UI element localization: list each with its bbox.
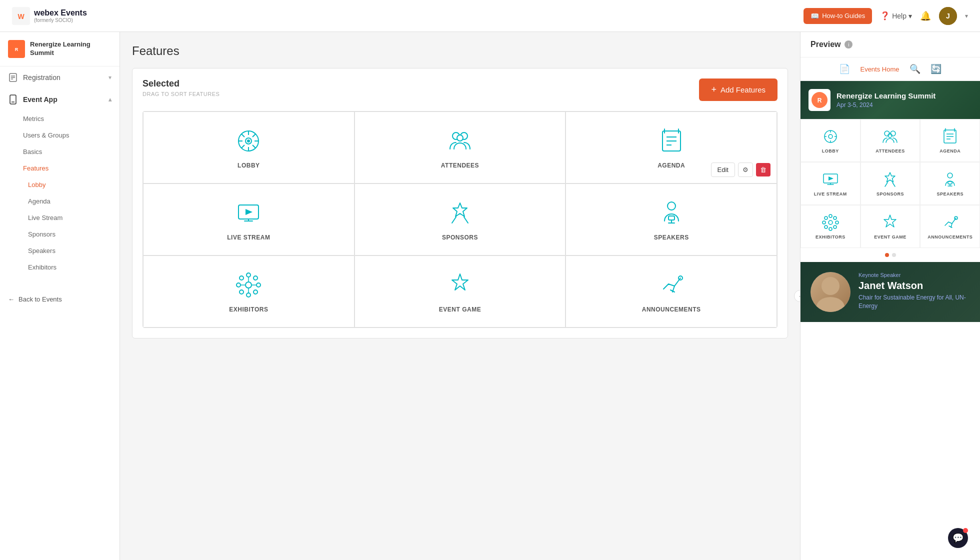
- drag-label: DRAG TO SORT FEATURES: [142, 91, 220, 97]
- feature-cell-announcements[interactable]: ANNOUNCEMENTS: [566, 256, 777, 328]
- feature-cell-live-stream[interactable]: LIVE STREAM: [143, 184, 354, 256]
- preview-tab-page-icon[interactable]: 📄: [839, 64, 850, 74]
- sidebar-features-live-stream[interactable]: Live Stream: [28, 210, 120, 226]
- preview-icon-agenda[interactable]: AGENDA: [920, 119, 980, 162]
- preview-event-banner: R Renergize Learning Summit Apr 3-5, 202…: [800, 81, 980, 119]
- svg-point-46: [240, 290, 244, 294]
- sidebar-item-basics[interactable]: Basics: [23, 144, 120, 160]
- app-formerly: (formerly SOCIO): [34, 18, 87, 23]
- preview-tab-events-home[interactable]: Events Home: [860, 66, 899, 73]
- main-content: ‹ Features Selected DRAG TO SORT FEATURE…: [120, 32, 800, 560]
- svg-point-76: [948, 173, 952, 178]
- agenda-cell-overlay: Edit ⚙ 🗑: [711, 162, 770, 177]
- feature-cell-exhibitors[interactable]: EXHIBITORS: [143, 256, 354, 328]
- preview-icon-announcements[interactable]: ANNOUNCEMENTS: [920, 205, 980, 248]
- sidebar-bottom: ← Back to Events: [0, 288, 120, 311]
- feature-cell-attendees[interactable]: ATTENDEES: [354, 112, 566, 184]
- preview-lobby-icon: [822, 128, 840, 146]
- help-button[interactable]: ❓ Help ▾: [880, 11, 912, 20]
- sidebar-collapse-button[interactable]: ‹: [794, 290, 800, 302]
- add-features-button[interactable]: + Add Features: [699, 78, 778, 101]
- sidebar-item-event-app[interactable]: Event App ▴: [0, 88, 120, 110]
- feature-cell-speakers[interactable]: SPEAKERS: [566, 184, 777, 256]
- preview-event-game-icon: [881, 214, 899, 232]
- svg-point-38: [246, 282, 252, 288]
- svg-rect-35: [668, 216, 674, 220]
- preview-icon-attendees[interactable]: ATTENDEES: [860, 119, 920, 162]
- sidebar-features-speakers[interactable]: Speakers: [28, 242, 120, 259]
- sidebar: R Renergize Learning Summit Registration…: [0, 32, 120, 560]
- svg-point-86: [834, 226, 836, 228]
- preview-icon-sponsors[interactable]: SPONSORS: [860, 162, 920, 205]
- org-logo: R: [8, 40, 25, 58]
- features-subnav: Lobby Agenda Live Stream Sponsors Speake…: [0, 176, 120, 276]
- chat-notification-dot: [963, 528, 968, 533]
- preview-live-stream-icon: [822, 170, 840, 188]
- preview-info-icon[interactable]: i: [844, 40, 852, 48]
- event-game-icon: [445, 270, 475, 300]
- preview-agenda-icon: [941, 128, 959, 146]
- chat-bubble-button[interactable]: 💬: [948, 528, 968, 548]
- preview-event-date: Apr 3-5, 2024: [836, 102, 936, 108]
- feature-cell-lobby[interactable]: LOBBY: [143, 112, 354, 184]
- help-chevron-icon: ▾: [908, 12, 912, 20]
- lobby-icon: [234, 126, 264, 156]
- sidebar-features-agenda[interactable]: Agenda: [28, 193, 120, 210]
- svg-point-42: [256, 283, 260, 287]
- svg-point-20: [247, 140, 250, 142]
- feature-cell-agenda[interactable]: AGENDA Edit ⚙ 🗑: [566, 112, 777, 184]
- sponsors-icon: [445, 198, 475, 228]
- org-logo-icon: R: [11, 44, 22, 54]
- back-to-events-button[interactable]: ← Back to Events: [8, 296, 112, 303]
- notifications-bell-icon[interactable]: 🔔: [920, 10, 931, 22]
- user-avatar[interactable]: J: [939, 7, 957, 25]
- top-nav: W webex Events (formerly SOCIO) 📖 How-to…: [0, 0, 980, 32]
- svg-rect-8: [10, 95, 16, 104]
- preview-tabs: 📄 Events Home 🔍 🔄: [800, 58, 980, 81]
- preview-tab-refresh-icon[interactable]: 🔄: [930, 64, 942, 74]
- feature-cell-event-game[interactable]: EVENT GAME: [354, 256, 566, 328]
- event-logo: R: [808, 89, 830, 111]
- agenda-edit-button[interactable]: Edit: [711, 162, 735, 177]
- dot-1[interactable]: [885, 253, 889, 257]
- preview-panel: Preview i 📄 Events Home 🔍 🔄 R Renergize …: [800, 32, 980, 560]
- sidebar-features-exhibitors[interactable]: Exhibitors: [28, 259, 120, 276]
- svg-text:W: W: [18, 12, 24, 20]
- attendees-icon: [445, 126, 475, 156]
- preview-icons-grid: LOBBY ATTENDEES: [800, 119, 980, 248]
- sidebar-features-sponsors[interactable]: Sponsors: [28, 226, 120, 242]
- speaker-avatar-icon: [810, 272, 850, 312]
- how-to-guides-button[interactable]: 📖 How-to Guides: [804, 8, 872, 24]
- sidebar-item-features[interactable]: Features: [23, 160, 120, 176]
- preview-icon-speakers[interactable]: SPEAKERS: [920, 162, 980, 205]
- event-app-icon: [8, 94, 18, 104]
- dot-2[interactable]: [892, 253, 896, 257]
- agenda-settings-button[interactable]: ⚙: [738, 162, 753, 177]
- sidebar-item-registration[interactable]: Registration ▾: [0, 66, 120, 88]
- speakers-label: SPEAKERS: [654, 234, 689, 241]
- feature-cell-sponsors[interactable]: SPONSORS: [354, 184, 566, 256]
- live-stream-icon: [234, 198, 264, 228]
- logo-area: W webex Events (formerly SOCIO): [12, 7, 87, 25]
- preview-icon-exhibitors[interactable]: EXHIBITORS: [800, 205, 860, 248]
- sidebar-item-metrics[interactable]: Metrics: [23, 110, 120, 127]
- features-panel: Selected DRAG TO SORT FEATURES + Add Fea…: [132, 68, 788, 338]
- avatar-chevron-icon: ▾: [965, 12, 968, 20]
- preview-icon-event-game[interactable]: EVENT GAME: [860, 205, 920, 248]
- preview-icon-live-stream[interactable]: LIVE STREAM: [800, 162, 860, 205]
- preview-tab-search-icon[interactable]: 🔍: [910, 64, 920, 74]
- sidebar-features-lobby[interactable]: Lobby: [28, 176, 120, 193]
- exhibitors-label: EXHIBITORS: [229, 306, 268, 313]
- svg-point-83: [822, 221, 826, 224]
- svg-point-41: [236, 283, 240, 287]
- live-stream-label: LIVE STREAM: [227, 234, 270, 241]
- svg-line-17: [252, 145, 256, 148]
- agenda-delete-button[interactable]: 🗑: [756, 163, 770, 176]
- announcements-label: ANNOUNCEMENTS: [642, 306, 701, 313]
- plus-icon: +: [711, 84, 716, 95]
- preview-icon-lobby[interactable]: LOBBY: [800, 119, 860, 162]
- sidebar-item-users-groups[interactable]: Users & Groups: [23, 127, 120, 144]
- nav-right: 📖 How-to Guides ❓ Help ▾ 🔔 J ▾: [804, 7, 968, 25]
- svg-point-23: [457, 135, 463, 141]
- speakers-icon: [656, 198, 686, 228]
